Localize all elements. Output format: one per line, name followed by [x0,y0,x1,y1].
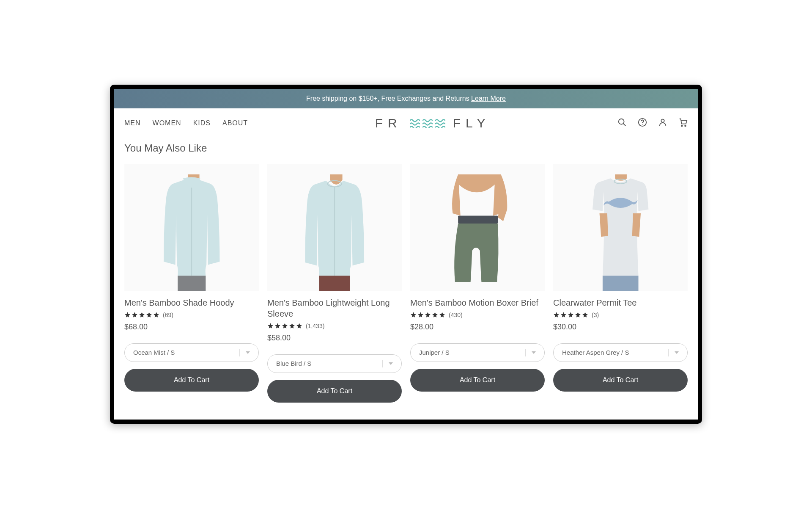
rating: (430) [410,312,545,318]
promo-bar: Free shipping on $150+, Free Exchanges a… [114,89,698,108]
chevron-down-icon [239,349,250,356]
variant-value: Juniper / S [419,349,450,356]
stars-icon [553,312,588,318]
add-to-cart-button[interactable]: Add To Cart [553,369,688,392]
variant-value: Heather Aspen Grey / S [562,349,629,356]
svg-rect-12 [603,276,639,291]
product-price: $30.00 [553,323,688,331]
nav-primary: MEN WOMEN KIDS ABOUT [124,119,248,127]
svg-point-6 [685,125,686,126]
svg-point-5 [681,125,683,126]
product-card: Men's Bamboo Motion Boxer Brief (430) $2… [410,164,545,403]
product-price: $58.00 [267,334,402,342]
account-icon[interactable] [658,118,667,129]
product-image[interactable] [267,164,402,291]
cart-icon[interactable] [678,118,688,129]
nav-kids[interactable]: KIDS [193,119,211,127]
promo-text: Free shipping on $150+, Free Exchanges a… [306,95,471,102]
logo-right: FLY [453,116,491,130]
variant-select[interactable]: Heather Aspen Grey / S [553,343,688,362]
nav-men[interactable]: MEN [124,119,141,127]
stars-icon [410,312,445,318]
variant-select[interactable]: Juniper / S [410,343,545,362]
review-count: (430) [449,312,463,318]
chevron-down-icon [668,349,679,356]
logo-wave-group [410,119,445,128]
brand-logo[interactable]: FR FLY [375,116,491,130]
help-icon[interactable] [638,118,647,129]
product-image[interactable] [410,164,545,291]
product-card: Clearwater Permit Tee (3) $30.00 Heather… [553,164,688,403]
svg-point-3 [642,124,642,124]
section-title: You May Also Like [114,138,698,164]
review-count: (1,433) [306,323,324,329]
product-image[interactable] [553,164,688,291]
variant-select[interactable]: Ocean Mist / S [124,343,259,362]
svg-rect-10 [458,215,498,223]
product-title: Clearwater Permit Tee [553,297,688,308]
wave-icon [410,119,420,128]
stars-icon [124,312,159,318]
wave-icon [435,119,445,128]
nav-utility [617,118,688,129]
rating: (1,433) [267,323,402,329]
search-icon[interactable] [617,118,627,129]
stars-icon [267,323,302,329]
product-card: Men's Bamboo Lightweight Long Sleeve (1,… [267,164,402,403]
add-to-cart-button[interactable]: Add To Cart [267,380,402,403]
promo-learn-more-link[interactable]: Learn More [471,95,506,102]
nav-women[interactable]: WOMEN [153,119,181,127]
device-frame: Free shipping on $150+, Free Exchanges a… [110,85,702,424]
product-card: Men's Bamboo Shade Hoody (69) $68.00 Oce… [124,164,259,403]
product-grid: Men's Bamboo Shade Hoody (69) $68.00 Oce… [114,164,698,420]
add-to-cart-button[interactable]: Add To Cart [410,369,545,392]
add-to-cart-button[interactable]: Add To Cart [124,369,259,392]
nav-about[interactable]: ABOUT [222,119,248,127]
header: MEN WOMEN KIDS ABOUT FR FLY [114,108,698,138]
svg-line-1 [623,123,626,126]
variant-value: Blue Bird / S [276,360,311,367]
product-price: $68.00 [124,323,259,331]
review-count: (69) [163,312,173,318]
variant-select[interactable]: Blue Bird / S [267,354,402,373]
chevron-down-icon [525,349,536,356]
svg-rect-9 [319,276,350,291]
product-title: Men's Bamboo Shade Hoody [124,297,259,308]
product-image[interactable] [124,164,259,291]
chevron-down-icon [382,360,393,367]
svg-point-4 [661,119,664,122]
variant-value: Ocean Mist / S [133,349,175,356]
product-title: Men's Bamboo Motion Boxer Brief [410,297,545,308]
rating: (3) [553,312,688,318]
product-title: Men's Bamboo Lightweight Long Sleeve [267,297,402,319]
product-price: $28.00 [410,323,545,331]
svg-rect-7 [178,276,206,291]
rating: (69) [124,312,259,318]
logo-left: FR [375,116,402,130]
svg-point-0 [619,119,624,124]
wave-icon [422,119,433,128]
review-count: (3) [592,312,599,318]
